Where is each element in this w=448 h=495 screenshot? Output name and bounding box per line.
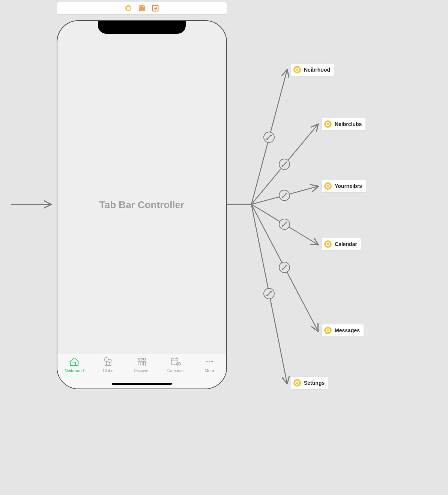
- iphone-notch: [98, 21, 186, 34]
- svg-point-14: [211, 361, 213, 362]
- tab-calendar[interactable]: Calendar: [159, 356, 192, 373]
- tab-label: Clubs: [103, 368, 113, 373]
- svg-point-22: [282, 165, 283, 167]
- tab-label: More: [204, 368, 214, 373]
- vc-neibrhood[interactable]: Neibrhood: [291, 63, 334, 76]
- tab-label: Neibrhood: [65, 368, 84, 373]
- vc-messages[interactable]: Messages: [322, 324, 364, 337]
- viewcontroller-icon: [324, 327, 332, 334]
- svg-point-18: [266, 138, 268, 140]
- svg-point-20: [279, 159, 290, 170]
- vc-label: Calendar: [335, 241, 357, 247]
- svg-point-30: [282, 225, 283, 227]
- svg-point-9: [143, 358, 145, 360]
- viewcontroller-icon: [293, 66, 301, 74]
- tab-label: Calendar: [167, 368, 184, 373]
- vc-neibrclubs[interactable]: Neibrclubs: [322, 118, 366, 130]
- svg-point-39: [270, 291, 272, 292]
- svg-point-23: [286, 162, 287, 163]
- home-indicator: [112, 383, 172, 385]
- viewcontroller-icon: [324, 182, 332, 190]
- scene-title: Tab Bar Controller: [99, 199, 184, 211]
- svg-point-7: [138, 358, 140, 360]
- svg-point-45: [327, 185, 329, 187]
- tab-neibrhood[interactable]: Neibrhood: [57, 356, 91, 373]
- svg-line-33: [282, 265, 287, 270]
- discover-icon: [137, 356, 147, 367]
- storyboard-exit-icon[interactable]: [152, 5, 159, 12]
- svg-point-5: [104, 358, 108, 362]
- storyboard-tabbar-icon[interactable]: [125, 5, 132, 12]
- svg-point-35: [286, 265, 287, 266]
- iphone-frame: Tab Bar Controller Neibrhood Clubs: [57, 20, 227, 389]
- tab-clubs[interactable]: Clubs: [91, 356, 125, 373]
- vc-label: Messages: [335, 327, 360, 333]
- more-icon: [204, 356, 215, 367]
- clubs-icon: [103, 356, 113, 367]
- svg-point-19: [270, 135, 272, 136]
- svg-point-24: [279, 190, 290, 201]
- svg-line-17: [267, 135, 271, 140]
- svg-point-34: [282, 268, 283, 270]
- svg-line-37: [267, 291, 271, 296]
- storyboard-firstresponder-icon[interactable]: [138, 5, 145, 12]
- vc-calendar[interactable]: Calendar: [322, 238, 361, 250]
- svg-point-6: [108, 359, 111, 363]
- svg-point-8: [141, 358, 143, 360]
- calendar-icon: [170, 356, 181, 367]
- svg-point-16: [264, 132, 274, 142]
- vc-label: Yourneibrs: [335, 183, 362, 189]
- svg-point-32: [279, 262, 290, 273]
- svg-point-51: [296, 382, 298, 384]
- svg-rect-4: [73, 362, 76, 366]
- svg-point-31: [286, 222, 287, 223]
- vc-yourneibrs[interactable]: Yourneibrs: [322, 180, 366, 192]
- svg-point-13: [209, 361, 210, 362]
- vc-label: Neibrclubs: [335, 121, 362, 127]
- svg-point-41: [296, 69, 298, 70]
- svg-point-43: [327, 123, 329, 125]
- svg-point-49: [327, 329, 329, 331]
- svg-line-29: [282, 222, 287, 226]
- svg-line-21: [282, 162, 287, 166]
- tab-more[interactable]: More: [192, 356, 226, 373]
- viewcontroller-icon: [293, 379, 301, 387]
- home-icon: [69, 356, 80, 367]
- vc-label: Neibrhood: [304, 67, 330, 73]
- svg-point-36: [264, 288, 274, 299]
- svg-rect-10: [171, 358, 178, 365]
- viewcontroller-icon: [324, 240, 332, 248]
- svg-point-47: [327, 243, 329, 245]
- tab-discover[interactable]: Discover: [125, 356, 159, 373]
- svg-point-28: [279, 219, 290, 230]
- vc-settings[interactable]: Settings: [291, 376, 329, 389]
- svg-point-38: [266, 295, 268, 296]
- viewcontroller-icon: [324, 120, 332, 128]
- svg-point-26: [282, 196, 283, 198]
- svg-line-25: [282, 193, 287, 198]
- vc-label: Settings: [304, 380, 325, 386]
- svg-rect-1: [127, 7, 130, 10]
- scene-toolbar: [57, 2, 227, 15]
- svg-point-27: [286, 193, 287, 194]
- svg-point-12: [206, 361, 207, 362]
- tab-label: Discover: [134, 368, 150, 373]
